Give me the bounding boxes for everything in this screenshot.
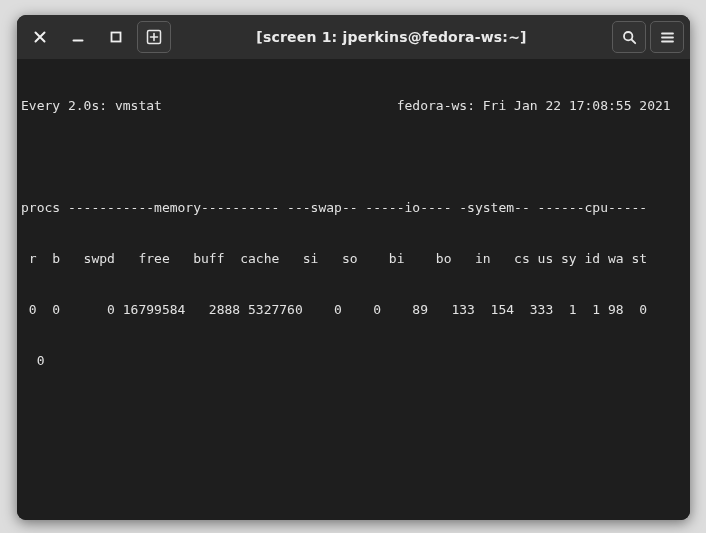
maximize-icon [110,31,122,43]
search-icon [622,30,637,45]
watch-command: Every 2.0s: vmstat [21,98,162,113]
minimize-icon [72,31,84,43]
maximize-button[interactable] [99,21,133,53]
vmstat-row-1-wrap: 0 [17,352,690,369]
close-button[interactable] [23,21,57,53]
close-icon [34,31,46,43]
hamburger-icon [660,30,675,45]
terminal-window: [screen 1: jperkins@fedora-ws:~] Every 2… [17,15,690,520]
vmstat-row-1: 0 0 0 16799584 2888 5327760 0 0 89 133 1… [17,301,690,318]
vmstat-header-groups: procs -----------memory---------- ---swa… [17,199,690,216]
menu-button[interactable] [650,21,684,53]
watch-header: Every 2.0s: vmstat fedora-ws: Fri Jan 22… [17,97,690,114]
window-titlebar: [screen 1: jperkins@fedora-ws:~] [17,15,690,59]
window-title: [screen 1: jperkins@fedora-ws:~] [175,29,608,45]
new-tab-icon [146,29,162,45]
watch-timestamp: fedora-ws: Fri Jan 22 17:08:55 2021 [397,98,671,113]
terminal-area[interactable]: Every 2.0s: vmstat fedora-ws: Fri Jan 22… [17,59,690,520]
minimize-button[interactable] [61,21,95,53]
new-tab-button[interactable] [137,21,171,53]
terminal-content: Every 2.0s: vmstat fedora-ws: Fri Jan 22… [17,59,690,520]
search-button[interactable] [612,21,646,53]
svg-rect-0 [112,33,121,42]
vmstat-header-columns: r b swpd free buff cache si so bi bo in … [17,250,690,267]
